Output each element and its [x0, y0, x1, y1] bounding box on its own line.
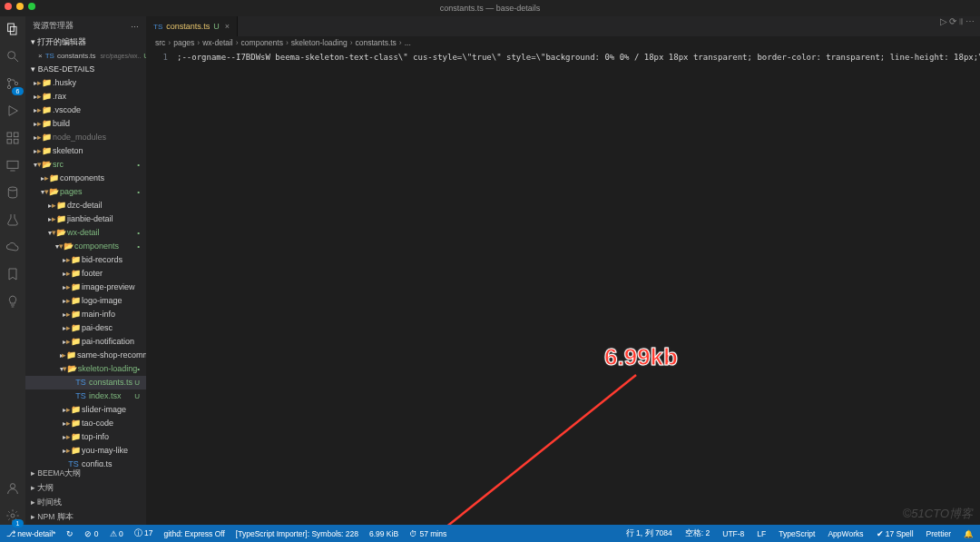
section-大纲[interactable]: ▸ 大纲 — [25, 481, 146, 496]
open-editor-item[interactable]: × TS constants.ts src/pages/wx.. U — [25, 50, 146, 62]
tree-dzc-detail[interactable]: ▸▸📁dzc-detail — [25, 199, 146, 212]
tree-slider-image[interactable]: ▸▸📁slider-image — [25, 403, 146, 417]
code-editor[interactable]: 1;--orgname--I7BDWsW beema-skeleton-text… — [146, 49, 980, 525]
activity-settings[interactable] — [5, 508, 20, 525]
svg-rect-12 — [7, 161, 18, 168]
tree-components[interactable]: ▾▾📂components• — [25, 240, 146, 253]
status-TypeScript[interactable]: TypeScript — [776, 528, 818, 539]
status-[TypeScript Importer]: Symbols: 228[interactable]: [TypeScript Importer]: Symbols: 228 — [233, 528, 361, 539]
status-57 mins[interactable]: ⏱ 57 mins — [407, 528, 449, 539]
min-dot[interactable] — [16, 3, 24, 10]
svg-point-15 — [10, 484, 15, 488]
status-Prettier[interactable]: Prettier — [924, 528, 954, 539]
tree-pai-notification[interactable]: ▸▸📁pai-notification — [25, 335, 146, 349]
status-0[interactable]: ⚠ 0 — [107, 528, 126, 539]
tree-.vscode[interactable]: ▸▸📁.vscode — [25, 103, 146, 117]
max-dot[interactable] — [28, 3, 35, 10]
svg-point-2 — [8, 52, 15, 59]
status-0[interactable]: ⊘ 0 — [82, 528, 101, 539]
tree-jianbie-detail[interactable]: ▸▸📁jianbie-detail — [25, 212, 146, 226]
svg-point-14 — [8, 187, 16, 191]
tree-footer[interactable]: ▸▸📁footer — [25, 267, 146, 281]
editor-actions[interactable]: ▷ ⟳ ⫴ ⋯ — [940, 16, 975, 27]
svg-rect-9 — [14, 133, 18, 137]
svg-rect-8 — [7, 133, 12, 137]
tree-main-info[interactable]: ▸▸📁main-info — [25, 308, 146, 321]
status-githd: Express Off[interactable]: githd: Express Off — [161, 528, 227, 539]
close-icon[interactable]: × — [225, 22, 230, 31]
watermark: ©51CTO博客 — [903, 506, 973, 522]
activity-explorer[interactable] — [5, 22, 20, 38]
tree-components[interactable]: ▸▸📁components — [25, 172, 146, 185]
svg-point-6 — [15, 82, 17, 84]
status-new-detail*[interactable]: ⎇ new-detail* — [4, 528, 58, 539]
activity-search[interactable] — [5, 49, 20, 65]
activity-account[interactable] — [5, 481, 20, 498]
tree-same-shop-recommend[interactable]: ▸▸📁same-shop-recommend — [25, 349, 146, 362]
activity-bar — [0, 16, 25, 525]
svg-rect-11 — [14, 139, 18, 143]
status-行 1, 列 7084[interactable]: 行 1, 列 7084 — [623, 528, 675, 539]
open-editors-section[interactable]: ▾ 打开的编辑器 — [25, 35, 146, 50]
sidebar-header: 资源管理器… — [25, 16, 146, 35]
tree-bid-records[interactable]: ▸▸📁bid-records — [25, 253, 146, 267]
activity-database[interactable] — [5, 185, 20, 202]
svg-line-3 — [15, 58, 18, 62]
status-AppWorks[interactable]: AppWorks — [825, 528, 866, 539]
activity-remote[interactable] — [5, 158, 20, 174]
tree-skeleton[interactable]: ▸▸📁skeleton — [25, 144, 146, 158]
status-6.99 KiB[interactable]: 6.99 KiB — [367, 528, 401, 539]
tree-config.ts[interactable]: TSconfig.ts — [25, 458, 146, 467]
status-bar: ⎇ new-detail*↻ ⊘ 0⚠ 0ⓘ 17githd: Express … — [0, 525, 980, 542]
status-✔ 17 Spell[interactable]: ✔ 17 Spell — [874, 528, 916, 539]
activity-cloud[interactable] — [5, 240, 20, 256]
file-tree: ▸▸📁.husky▸▸📁.rax▸▸📁.vscode▸▸📁build▸▸📁nod… — [25, 76, 146, 467]
activity-scm[interactable] — [5, 76, 20, 93]
tree-.husky[interactable]: ▸▸📁.husky — [25, 76, 146, 90]
tree-index.tsx[interactable]: TSindex.tsxU — [25, 389, 146, 403]
editor-tabs: TS constants.ts U × — [146, 16, 980, 36]
tab-constants[interactable]: TS constants.ts U × — [146, 16, 238, 36]
svg-point-5 — [7, 85, 10, 88]
svg-point-16 — [11, 514, 15, 517]
editor-area: ▷ ⟳ ⫴ ⋯ TS constants.ts U × src›pages›wx… — [146, 16, 980, 525]
status-UTF-8[interactable]: UTF-8 — [720, 528, 747, 539]
traffic-lights[interactable] — [5, 3, 35, 10]
svg-rect-10 — [7, 139, 12, 143]
status-17[interactable]: ⓘ 17 — [132, 528, 156, 539]
activity-bookmark[interactable] — [5, 267, 20, 283]
tree-node_modules[interactable]: ▸▸📁node_modules — [25, 131, 146, 144]
tree-build[interactable]: ▸▸📁build — [25, 117, 146, 131]
tree-pages[interactable]: ▾▾📂pages• — [25, 185, 146, 199]
breadcrumbs[interactable]: src›pages›wx-detail›components›skeleton-… — [146, 36, 980, 49]
svg-rect-0 — [8, 24, 15, 32]
explorer-sidebar: 资源管理器… ▾ 打开的编辑器 × TS constants.ts src/pa… — [25, 16, 146, 525]
tree-you-may-like[interactable]: ▸▸📁you-may-like — [25, 444, 146, 458]
tree-src[interactable]: ▾▾📂src• — [25, 158, 146, 172]
tree-wx-detail[interactable]: ▾▾📂wx-detail• — [25, 226, 146, 240]
window-title: constants.ts — base-details — [440, 4, 541, 13]
status-空格: 2[interactable]: 空格: 2 — [682, 528, 712, 539]
tree-pai-desc[interactable]: ▸▸📁pai-desc — [25, 321, 146, 335]
activity-extensions[interactable] — [5, 131, 20, 147]
status-sync[interactable]: ↻ — [64, 528, 76, 539]
activity-test[interactable] — [5, 212, 20, 229]
tree-.rax[interactable]: ▸▸📁.rax — [25, 90, 146, 103]
status-bell[interactable]: 🔔 — [961, 528, 976, 539]
tree-constants.ts[interactable]: TSconstants.tsU — [25, 376, 146, 389]
close-dot[interactable] — [5, 3, 12, 10]
svg-marker-7 — [9, 106, 17, 116]
tree-logo-image[interactable]: ▸▸📁logo-image — [25, 294, 146, 308]
tree-skeleton-loading[interactable]: ▾▾📂skeleton-loading• — [25, 362, 146, 376]
activity-debug[interactable] — [5, 103, 20, 120]
tree-tao-code[interactable]: ▸▸📁tao-code — [25, 417, 146, 430]
section-BEEMA大纲[interactable]: ▸ BEEMA大纲 — [25, 467, 146, 481]
section-NPM 脚本[interactable]: ▸ NPM 脚本 — [25, 510, 146, 525]
activity-lightbulb[interactable] — [5, 294, 20, 310]
tree-image-preview[interactable]: ▸▸📁image-preview — [25, 281, 146, 294]
status-LF[interactable]: LF — [754, 528, 769, 539]
workspace-header[interactable]: ▾ BASE-DETAILS — [25, 62, 146, 76]
section-时间线[interactable]: ▸ 时间线 — [25, 496, 146, 510]
tree-top-info[interactable]: ▸▸📁top-info — [25, 430, 146, 444]
sidebar-bottom-sections: ▸ BEEMA大纲▸ 大纲▸ 时间线▸ NPM 脚本 — [25, 467, 146, 525]
